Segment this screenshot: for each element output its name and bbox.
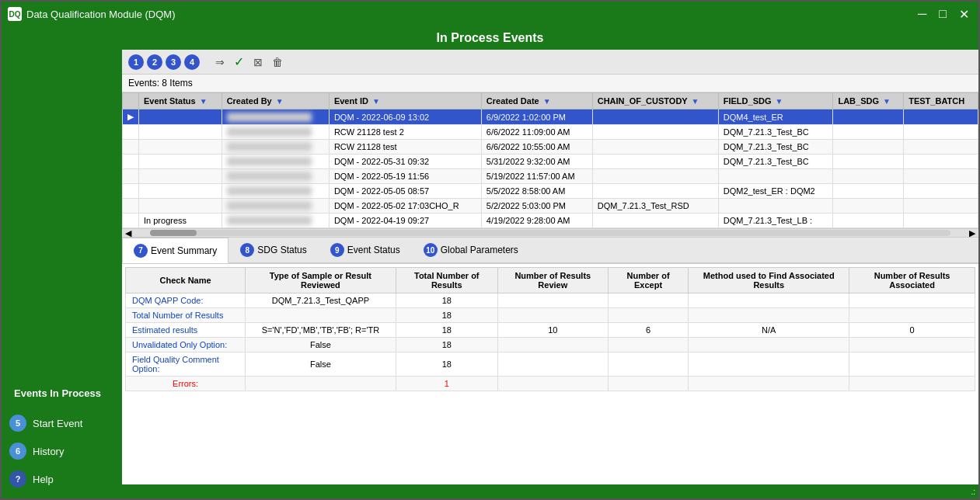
row-chain: DQM_7.21.3_Test_RSD	[592, 199, 718, 214]
start-event-badge: 5	[9, 415, 26, 432]
export-button[interactable]: ⊠	[250, 54, 266, 70]
row-created-date: 6/6/2022 11:09:00 AM	[481, 125, 592, 140]
table-row[interactable]: user.name@email.gov DQM - 2022-05-19 11:…	[123, 169, 978, 184]
tab-badge-7: 7	[134, 244, 148, 258]
status-bar: .:	[122, 484, 978, 498]
summary-table: Check Name Type of Sample or Result Revi…	[125, 267, 975, 391]
row-field-sdg: DQM_7.21.3_Test_BC	[718, 125, 833, 140]
help-label: Help	[33, 474, 54, 485]
main-content: Events In Process 5 Start Event 6 Histor…	[2, 50, 978, 498]
close-button[interactable]: ✕	[956, 7, 972, 22]
row-created-by: user.name@email.gov	[221, 184, 329, 199]
sample-type	[246, 377, 396, 391]
sample-type: S='N','FD','MB','TB','FB'; R='TR	[246, 323, 396, 338]
title-bar-left: DQ Data Qualification Module (DQM)	[8, 7, 175, 21]
scroll-left-btn[interactable]: ◀	[122, 228, 134, 238]
row-created-by: user.name@email.gov	[221, 155, 329, 169]
summary-col-associated: Number of Results Associated	[849, 268, 975, 293]
row-created-by: user.name@email.gov	[221, 199, 329, 214]
sample-type: DQM_7.21.3_Test_QAPP	[246, 293, 396, 308]
tab-event-status-label: Event Status	[347, 245, 400, 255]
results-review	[497, 338, 608, 352]
page-title: In Process Events	[2, 26, 978, 50]
sidebar-item-help[interactable]: ? Help	[2, 466, 122, 492]
table-row[interactable]: ▶ user.name@email.gov DQM - 2022-06-09 1…	[123, 109, 978, 125]
sidebar-item-start-event[interactable]: 5 Start Event	[2, 410, 122, 436]
minimize-button[interactable]: ─	[915, 7, 929, 22]
row-field-sdg: DQM4_test_ER	[718, 109, 833, 125]
col-field-sdg[interactable]: FIELD_SDG ▼	[718, 93, 833, 109]
summary-row: Field Quality Comment Option: False 18	[126, 352, 975, 377]
row-chain	[592, 169, 718, 184]
row-test-batch	[904, 155, 978, 169]
row-lab-sdg	[833, 184, 904, 199]
col-event-status[interactable]: Event Status ▼	[139, 93, 222, 109]
tab-event-summary-label: Event Summary	[151, 245, 217, 256]
row-arrow	[123, 155, 139, 169]
table-row[interactable]: user.name@email.gov RCW 21128 test 6/6/2…	[123, 140, 978, 155]
sample-type: False	[246, 338, 396, 352]
col-event-id[interactable]: Event ID ▼	[329, 93, 481, 109]
maximize-button[interactable]: □	[936, 7, 950, 22]
horizontal-scrollbar[interactable]: ◀ ▶	[122, 228, 978, 238]
tab-sdg-status[interactable]: 8 SDG Status	[228, 238, 318, 262]
summary-col-review: Number of Results Review	[497, 268, 608, 293]
row-chain	[592, 140, 718, 155]
check-name: Estimated results	[126, 323, 246, 338]
summary-row: DQM QAPP Code: DQM_7.21.3_Test_QAPP 18	[126, 293, 975, 308]
history-badge: 6	[9, 443, 26, 460]
table-row[interactable]: user.name@email.gov RCW 21128 test 2 6/6…	[123, 125, 978, 140]
col-arrow	[123, 93, 139, 109]
forward-button[interactable]: ⇒	[212, 54, 228, 70]
method-used	[689, 352, 849, 377]
summary-row: Unvalidated Only Option: False 18	[126, 338, 975, 352]
table-row[interactable]: user.name@email.gov DQM - 2022-05-05 08:…	[123, 184, 978, 199]
row-event-id: DQM - 2022-05-31 09:32	[329, 155, 481, 169]
results-review	[497, 377, 608, 391]
check-name: Unvalidated Only Option:	[126, 338, 246, 352]
row-lab-sdg	[833, 155, 904, 169]
table-row[interactable]: In progress user.name@email.gov DQM - 20…	[123, 214, 978, 228]
results-review	[497, 293, 608, 308]
num-associated	[849, 338, 975, 352]
scroll-thumb[interactable]	[150, 230, 197, 236]
sample-type: False	[246, 352, 396, 377]
row-created-date: 5/2/2022 5:03:00 PM	[481, 199, 592, 214]
num-associated	[849, 377, 975, 391]
row-chain	[592, 155, 718, 169]
row-field-sdg: DQM_7.21.3_Test_BC	[718, 140, 833, 155]
tab-global-parameters[interactable]: 10 Global Parameters	[412, 238, 530, 262]
row-created-by: user.name@email.gov	[221, 214, 329, 228]
row-created-date: 4/19/2022 9:28:00 AM	[481, 214, 592, 228]
row-created-by: user.name@email.gov	[221, 169, 329, 184]
main-table-container[interactable]: Event Status ▼ Created By ▼ Event ID ▼ C…	[122, 92, 978, 228]
row-arrow	[123, 125, 139, 140]
tab-event-summary[interactable]: 7 Event Summary	[122, 238, 228, 263]
tab-badge-10: 10	[424, 243, 438, 257]
row-arrow: ▶	[123, 109, 139, 125]
check-name: Field Quality Comment Option:	[126, 352, 246, 377]
row-created-date: 5/31/2022 9:32:00 AM	[481, 155, 592, 169]
col-lab-sdg[interactable]: LAB_SDG ▼	[833, 93, 904, 109]
col-test-batch[interactable]: TEST_BATCH	[904, 93, 978, 109]
tab-event-status[interactable]: 9 Event Status	[319, 238, 412, 262]
toolbar-badge-2: 2	[147, 54, 162, 70]
row-field-sdg	[718, 199, 833, 214]
row-field-sdg: DQM_7.21.3_Test_LB :	[718, 214, 833, 228]
scroll-right-btn[interactable]: ▶	[966, 228, 978, 238]
row-event-status	[139, 140, 222, 155]
row-lab-sdg	[833, 169, 904, 184]
row-field-sdg: DQM_7.21.3_Test_BC	[718, 155, 833, 169]
approve-button[interactable]: ✓	[231, 53, 247, 71]
col-chain-of-custody[interactable]: CHAIN_OF_CUSTODY ▼	[592, 93, 718, 109]
help-badge: ?	[9, 470, 26, 488]
summary-row: Total Number of Results 18	[126, 308, 975, 323]
sidebar-item-history[interactable]: 6 History	[2, 438, 122, 464]
table-row[interactable]: user.name@email.gov DQM - 2022-05-31 09:…	[123, 155, 978, 169]
history-label: History	[33, 446, 64, 457]
col-created-date[interactable]: Created Date ▼	[481, 93, 592, 109]
col-created-by[interactable]: Created By ▼	[221, 93, 329, 109]
delete-button[interactable]: 🗑	[269, 54, 286, 70]
summary-col-except: Number of Except	[608, 268, 689, 293]
table-row[interactable]: user.name@email.gov DQM - 2022-05-02 17:…	[123, 199, 978, 214]
